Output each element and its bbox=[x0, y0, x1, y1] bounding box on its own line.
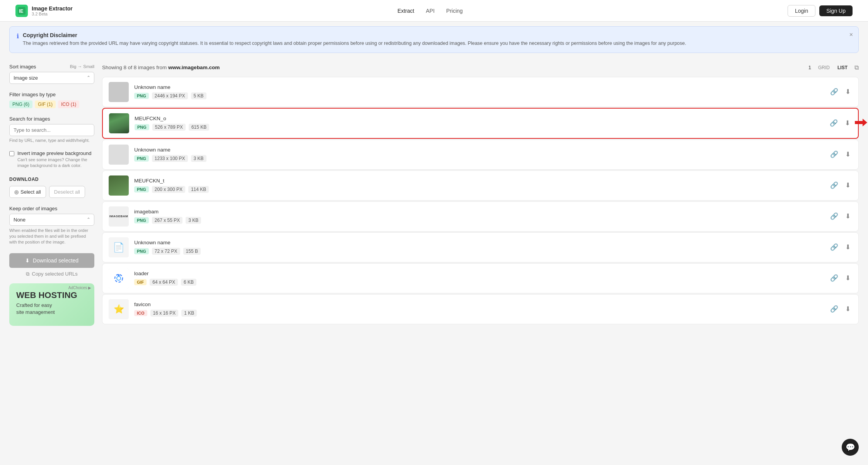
image-thumbnail bbox=[109, 145, 129, 165]
image-info: MEUFCKN_t PNG 200 x 300 PX 114 KB bbox=[134, 178, 823, 193]
nav-extract[interactable]: Extract bbox=[397, 8, 414, 14]
keep-order-section: Keep order of images None Alphabetical B… bbox=[9, 206, 94, 245]
search-hint: Find by URL, name, type and width/height… bbox=[9, 138, 94, 143]
disclaimer-banner: ℹ Copyright Disclaimer The images retrie… bbox=[9, 26, 859, 53]
image-dimensions: 200 x 300 PX bbox=[152, 186, 185, 193]
image-dimensions: 267 x 55 PX bbox=[152, 217, 182, 224]
copy-link-icon[interactable]: 🔗 bbox=[829, 242, 840, 253]
image-row: Unknown name PNG 1233 x 100 PX 3 KB 🔗 ⬇ bbox=[102, 140, 859, 170]
type-badge: PNG bbox=[134, 217, 149, 223]
select-all-button[interactable]: ◎ Select all bbox=[9, 186, 46, 198]
type-badge: ICO bbox=[134, 310, 147, 316]
download-icon[interactable]: ⬇ bbox=[844, 86, 852, 97]
sort-select[interactable]: Image size Image name Image type bbox=[9, 72, 94, 84]
image-meta: PNG 200 x 300 PX 114 KB bbox=[134, 186, 823, 193]
image-actions: 🔗 ⬇ bbox=[829, 86, 852, 97]
nav-api[interactable]: API bbox=[426, 8, 435, 14]
image-thumbnail bbox=[109, 113, 129, 133]
content-area: Showing 8 of 8 images from www.imagebam.… bbox=[102, 64, 859, 326]
image-actions: 🔗 ⬇ bbox=[829, 211, 852, 222]
type-badge: PNG bbox=[134, 248, 149, 254]
image-meta: PNG 72 x 72 PX 155 B bbox=[134, 248, 823, 255]
type-badge: PNG bbox=[134, 155, 149, 162]
copy-link-icon[interactable]: 🔗 bbox=[829, 211, 840, 222]
download-section: DOWNLOAD ◎ Select all Deselect all bbox=[9, 177, 94, 198]
copy-link-icon[interactable]: 🔗 bbox=[828, 118, 839, 129]
download-icon: ⬇ bbox=[25, 257, 30, 264]
image-name: MEUFCKN_o bbox=[135, 116, 823, 121]
sort-section: Sort images Big → Small Image size Image… bbox=[9, 64, 94, 84]
logo-text: Image Extractor 3.2 Beta bbox=[32, 5, 73, 16]
download-icon[interactable]: ⬇ bbox=[844, 303, 852, 315]
copy-link-icon[interactable]: 🔗 bbox=[829, 86, 840, 97]
search-label: Search for images bbox=[9, 116, 94, 122]
image-name: loader bbox=[134, 271, 823, 276]
image-actions: 🔗 ⬇ bbox=[829, 303, 852, 315]
image-size: 5 KB bbox=[191, 92, 206, 99]
image-dimensions: 16 x 16 PX bbox=[150, 310, 179, 317]
download-icon[interactable]: ⬇ bbox=[843, 118, 852, 129]
image-name: Unknown name bbox=[134, 147, 823, 153]
invert-label-wrap: Invert image preview background Can't se… bbox=[17, 150, 94, 169]
download-selected-label: Download selected bbox=[33, 257, 78, 264]
image-thumbnail bbox=[109, 82, 129, 102]
copy-link-icon[interactable]: 🔗 bbox=[829, 149, 840, 160]
ad-choice-label[interactable]: AdChoices ▶ bbox=[68, 286, 91, 290]
search-input[interactable] bbox=[9, 124, 94, 136]
image-dimensions: 526 x 789 PX bbox=[152, 124, 186, 131]
login-button[interactable]: Login bbox=[788, 5, 815, 17]
grid-view-button[interactable]: GRID bbox=[815, 64, 833, 72]
image-name: imagebam bbox=[134, 209, 823, 215]
nav-pricing[interactable]: Pricing bbox=[446, 8, 463, 14]
copy-link-icon[interactable]: 🔗 bbox=[829, 180, 840, 191]
image-thumbnail: ⭐ bbox=[109, 299, 129, 319]
filter-badge-png[interactable]: PNG (6) bbox=[9, 100, 32, 108]
svg-marker-2 bbox=[855, 119, 867, 126]
image-thumbnail bbox=[109, 175, 129, 196]
chat-bubble[interactable]: 💬 bbox=[842, 439, 859, 456]
image-size: 1 KB bbox=[181, 310, 197, 317]
copy-list-icon[interactable]: ⧉ bbox=[854, 64, 859, 71]
app-version: 3.2 Beta bbox=[32, 12, 73, 16]
disclaimer-title: Copyright Disclaimer bbox=[23, 32, 851, 38]
download-icon[interactable]: ⬇ bbox=[844, 273, 852, 284]
svg-point-5 bbox=[118, 274, 120, 276]
image-size: 155 B bbox=[183, 248, 201, 255]
type-badge: GIF bbox=[134, 279, 147, 285]
sidebar: Sort images Big → Small Image size Image… bbox=[9, 64, 94, 326]
page-number: 1 bbox=[808, 65, 811, 70]
filter-badge-gif[interactable]: GIF (1) bbox=[35, 100, 56, 108]
disclaimer-close-button[interactable]: × bbox=[849, 31, 853, 38]
image-info: Unknown name PNG 2446 x 194 PX 5 KB bbox=[134, 84, 823, 99]
signup-button[interactable]: Sign Up bbox=[819, 5, 853, 16]
select-all-circle-icon: ◎ bbox=[14, 189, 19, 195]
invert-checkbox[interactable] bbox=[9, 151, 14, 156]
download-icon[interactable]: ⬇ bbox=[844, 211, 852, 222]
copy-link-icon[interactable]: 🔗 bbox=[829, 273, 840, 284]
download-icon[interactable]: ⬇ bbox=[844, 149, 852, 160]
sort-header: Sort images Big → Small bbox=[9, 64, 94, 70]
image-info: MEUFCKN_o PNG 526 x 789 PX 615 KB bbox=[135, 116, 823, 131]
image-dimensions: 1233 x 100 PX bbox=[152, 155, 188, 162]
deselect-all-button[interactable]: Deselect all bbox=[49, 186, 85, 198]
select-all-label: Select all bbox=[20, 189, 41, 195]
keep-order-select-wrapper: None Alphabetical By size ⌃ bbox=[9, 214, 94, 226]
thumb-preview: ⭐ bbox=[109, 299, 129, 319]
invert-hint: Can't see some images? Change the image … bbox=[17, 157, 94, 169]
copy-urls-label: Copy selected URLs bbox=[32, 271, 78, 277]
copy-urls-button[interactable]: ⧉ Copy selected URLs bbox=[9, 271, 94, 277]
type-badge: PNG bbox=[135, 124, 149, 130]
copy-link-icon[interactable]: 🔗 bbox=[829, 303, 840, 315]
image-name: Unknown name bbox=[134, 84, 823, 90]
list-view-button[interactable]: LIST bbox=[834, 64, 851, 72]
sort-hint: Big → Small bbox=[70, 64, 94, 69]
thumb-preview: 📄 bbox=[109, 237, 129, 257]
download-icon[interactable]: ⬇ bbox=[844, 242, 852, 253]
image-thumbnail: 📄 bbox=[109, 237, 129, 257]
download-selected-button[interactable]: ⬇ Download selected bbox=[9, 253, 94, 268]
image-dimensions: 72 x 72 PX bbox=[152, 248, 180, 255]
download-icon[interactable]: ⬇ bbox=[844, 180, 852, 191]
image-actions: 🔗 ⬇ bbox=[829, 273, 852, 284]
keep-order-select[interactable]: None Alphabetical By size bbox=[9, 214, 94, 226]
filter-badge-ico[interactable]: ICO (1) bbox=[58, 100, 79, 108]
